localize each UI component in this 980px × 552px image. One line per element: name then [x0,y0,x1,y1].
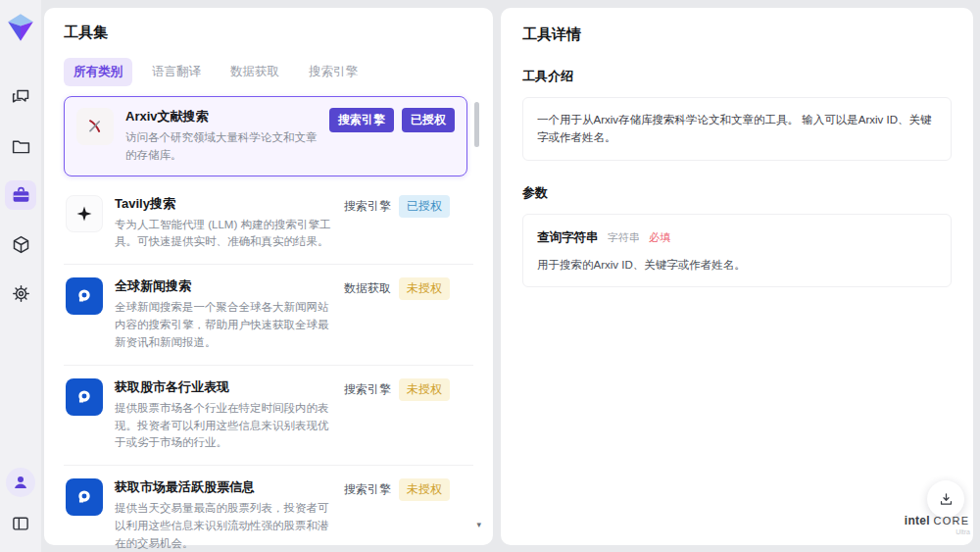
tool-text: 获取市场最活跃股票信息 提供当天交易量最高的股票列表，投资者可以利用这些信息来识… [115,478,332,552]
tool-text: 全球新闻搜索 全球新闻搜索是一个聚合全球各大新闻网站内容的搜索引擎，帮助用户快速… [115,277,332,351]
tool-list-item[interactable]: 获取股市各行业表现 提供股票市场各个行业在特定时间段内的表现。投资者可以利用这些… [64,366,473,466]
tool-icon [66,378,103,416]
category-tab[interactable]: 所有类别 [64,58,132,86]
status-badge: 已授权 [399,195,450,218]
folder-icon [11,136,31,157]
tool-list-panel: 工具集 所有类别 语言翻译 数据获取 搜索引擎 [44,8,493,545]
tool-icon [66,478,103,516]
user-avatar-button[interactable] [6,468,35,497]
news-logo-icon [74,386,95,408]
params-section-title: 参数 [522,184,952,202]
arxiv-icon [85,117,105,136]
category-badge: 搜索引擎 [344,481,391,498]
category-badge: 搜索引擎 [329,108,394,132]
scrollbar-thumb[interactable] [474,102,479,147]
panel-toggle-icon [11,514,30,533]
tool-text: Tavily搜索 专为人工智能代理 (LLM) 构建的搜索引擎工具。可快速提供实… [115,195,332,252]
news-logo-icon [74,486,95,508]
news-logo-icon [74,285,95,307]
sidebar-item-settings[interactable] [5,278,36,308]
tool-name: 获取股市各行业表现 [115,378,332,396]
tool-tags: 数据获取 未授权 [344,277,450,300]
brand-sub: Ultra [904,528,970,535]
category-tabs: 所有类别 语言翻译 数据获取 搜索引擎 [64,58,473,86]
tool-list-item[interactable]: 全球新闻搜索 全球新闻搜索是一个聚合全球各大新闻网站内容的搜索引擎，帮助用户快速… [64,265,473,365]
brand-secondary: CORE [934,515,970,527]
status-badge: 未授权 [399,277,450,300]
status-badge: 未授权 [399,378,450,401]
brand-primary: intel [905,514,930,527]
rail-bottom [5,468,36,538]
sidebar-item-files[interactable] [5,131,36,161]
list-scrollbar[interactable] [474,102,479,524]
tool-detail-panel: 工具详情 工具介绍 一个用于从Arxiv存储库搜索科学论文和文章的工具。 输入可… [501,8,973,545]
category-tab[interactable]: 语言翻译 [142,58,211,86]
tavily-icon [74,204,94,224]
parameter-name: 查询字符串 [537,230,599,244]
tool-list-item[interactable]: Arxiv文献搜索 访问各个研究领域大量科学论文和文章的存储库。 搜索引擎 已授… [64,96,467,176]
tool-name: 获取市场最活跃股票信息 [115,478,332,496]
settings-icon [11,283,31,304]
tool-list-item[interactable]: Tavily搜索 专为人工智能代理 (LLM) 构建的搜索引擎工具。可快速提供实… [64,182,473,266]
tool-icon [76,108,114,145]
detail-title: 工具详情 [522,25,952,44]
tool-text: 获取股市各行业表现 提供股票市场各个行业在特定时间段内的表现。投资者可以利用这些… [115,378,332,452]
intro-box: 一个用于从Arxiv存储库搜索科学论文和文章的工具。 输入可以是Arxiv ID… [522,97,952,161]
tool-tags: 搜索引擎 已授权 [344,195,450,218]
tool-text: Arxiv文献搜索 访问各个研究领域大量科学论文和文章的存储库。 [125,108,318,165]
tool-list-item[interactable]: 获取市场最活跃股票信息 提供当天交易量最高的股票列表，投资者可以利用这些信息来识… [64,466,473,552]
tool-tags: 搜索引擎 已授权 [329,108,455,132]
tool-icon [66,277,103,315]
intro-section-title: 工具介绍 [522,68,952,85]
tool-description: 全球新闻搜索是一个聚合全球各大新闻网站内容的搜索引擎，帮助用户快速获取全球最新资… [115,299,332,351]
download-button[interactable] [927,480,964,518]
tool-icon [66,195,103,232]
parameter-header: 查询字符串 字符串 必填 [537,227,937,247]
category-badge: 搜索引擎 [344,381,391,398]
parameter-card: 查询字符串 字符串 必填 用于搜索的Arxiv ID、关键字或作者姓名。 [522,214,952,287]
app-logo-icon[interactable] [6,12,35,43]
status-badge: 未授权 [399,478,450,501]
category-badge: 搜索引擎 [344,198,391,215]
rail-nav [5,82,36,308]
tool-description: 访问各个研究领域大量科学论文和文章的存储库。 [125,129,318,165]
parameter-description: 用于搜索的Arxiv ID、关键字或作者姓名。 [537,256,937,274]
scroll-down-icon[interactable]: ▾ [476,521,481,529]
user-icon [12,474,29,491]
sidebar-item-models[interactable] [5,229,36,259]
cube-icon [11,234,31,255]
chat-icon [11,87,31,108]
toolbox-icon [11,185,31,206]
download-icon [938,491,955,508]
tool-list: Arxiv文献搜索 访问各个研究领域大量科学论文和文章的存储库。 搜索引擎 已授… [64,96,473,552]
panel-toggle-button[interactable] [5,509,36,538]
category-tab[interactable]: 搜索引擎 [299,58,368,86]
intel-core-logo: intel CORE Ultra [904,514,970,535]
category-tab[interactable]: 数据获取 [220,58,289,86]
tool-description: 专为人工智能代理 (LLM) 构建的搜索引擎工具。可快速提供实时、准确和真实的结… [115,217,332,252]
tool-tags: 搜索引擎 未授权 [344,378,450,401]
tool-description: 提供股票市场各个行业在特定时间段内的表现。投资者可以利用这些信息来识别表现优于或… [115,400,332,452]
category-badge: 数据获取 [344,280,391,297]
parameter-required-badge: 必填 [649,231,670,243]
params-list: 查询字符串 字符串 必填 用于搜索的Arxiv ID、关键字或作者姓名。 [522,214,952,287]
sidebar-item-tools[interactable] [5,180,36,210]
page-title: 工具集 [64,24,473,42]
left-rail [0,0,41,552]
status-badge: 已授权 [402,108,455,132]
sidebar-item-chat[interactable] [5,82,36,112]
tool-description: 提供当天交易量最高的股票列表，投资者可以利用这些信息来识别流动性强的股票和潜在的… [115,500,332,552]
tool-name: 全球新闻搜索 [115,277,332,295]
parameter-type: 字符串 [608,231,640,243]
tool-tags: 搜索引擎 未授权 [344,478,450,501]
tool-name: Tavily搜索 [115,195,332,213]
tool-name: Arxiv文献搜索 [125,108,318,125]
